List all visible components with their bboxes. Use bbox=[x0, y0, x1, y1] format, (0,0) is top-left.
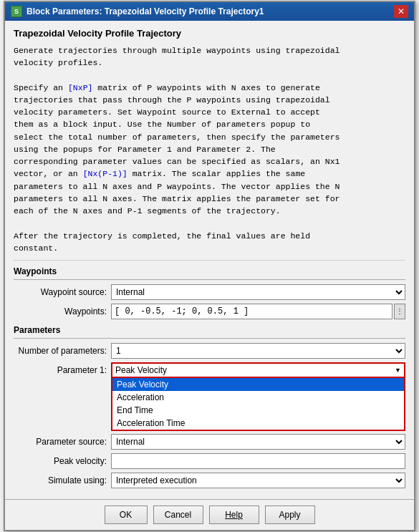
waypoint-source-control: Internal External bbox=[111, 284, 405, 300]
waypoints-input[interactable] bbox=[111, 304, 392, 319]
peak-velocity-input[interactable] bbox=[111, 453, 405, 469]
apply-button[interactable]: Apply bbox=[265, 506, 315, 524]
waypoints-section-label: Waypoints bbox=[14, 266, 405, 276]
peak-velocity-label: Peak velocity: bbox=[14, 456, 107, 466]
button-bar: OK Cancel Help Apply bbox=[5, 499, 414, 530]
param1-container: Peak Velocity ▼ Peak Velocity Accelerati… bbox=[111, 362, 405, 378]
window-title: Block Parameters: Trapezoidal Velocity P… bbox=[27, 6, 264, 16]
param1-select-display[interactable]: Peak Velocity ▼ bbox=[111, 362, 405, 378]
waypoint-source-label: Waypoint source: bbox=[14, 287, 107, 297]
block-title: Trapezoidal Velocity Profile Trajectory bbox=[14, 28, 405, 39]
param1-wrapper: Parameter 1: Peak Velocity ▼ Peak Veloci… bbox=[14, 362, 405, 469]
param-source-control: Internal bbox=[111, 434, 405, 450]
param-source-dropdown[interactable]: Internal bbox=[111, 434, 405, 450]
param1-chevron-icon: ▼ bbox=[395, 367, 401, 374]
parameters-divider bbox=[14, 338, 405, 339]
help-label: Help bbox=[225, 510, 243, 520]
simulate-control: Interpreted execution Code generation bbox=[111, 473, 405, 488]
param-source-row: Parameter source: Internal bbox=[14, 434, 405, 450]
waypoint-source-dropdown[interactable]: Internal External bbox=[111, 284, 405, 300]
window-icon: S bbox=[11, 6, 22, 17]
dropdown-item-acceleration[interactable]: Acceleration bbox=[112, 391, 404, 404]
title-bar-left: S Block Parameters: Trapezoidal Velocity… bbox=[11, 6, 264, 17]
title-bar: S Block Parameters: Trapezoidal Velocity… bbox=[5, 2, 414, 21]
num-params-control: 1 2 bbox=[111, 343, 405, 359]
num-params-row: Number of parameters: 1 2 bbox=[14, 343, 405, 359]
simulate-row: Simulate using: Interpreted execution Co… bbox=[14, 473, 405, 488]
help-button[interactable]: Help bbox=[209, 506, 259, 524]
waypoints-control: ⋮ bbox=[111, 304, 405, 319]
num-params-dropdown[interactable]: 1 2 bbox=[111, 343, 405, 359]
param1-dropdown-list: Peak Velocity Acceleration End Time Acce… bbox=[111, 378, 405, 431]
dropdown-item-acceleration-time[interactable]: Acceleration Time bbox=[112, 417, 404, 430]
param1-control: Peak Velocity ▼ Peak Velocity Accelerati… bbox=[111, 362, 405, 378]
waypoints-label: Waypoints: bbox=[14, 306, 107, 316]
waypoints-divider bbox=[14, 279, 405, 280]
dropdown-item-end-time[interactable]: End Time bbox=[112, 404, 404, 417]
simulate-label: Simulate using: bbox=[14, 475, 107, 485]
waypoints-menu-button[interactable]: ⋮ bbox=[394, 304, 405, 319]
main-window: S Block Parameters: Trapezoidal Velocity… bbox=[4, 1, 415, 531]
waypoint-source-row: Waypoint source: Internal External bbox=[14, 284, 405, 300]
description-text: Generate trajectories through multiple w… bbox=[14, 44, 405, 261]
dropdown-item-peak-velocity[interactable]: Peak Velocity bbox=[112, 378, 404, 391]
close-button[interactable]: ✕ bbox=[394, 5, 408, 18]
param1-selected-value: Peak Velocity bbox=[115, 365, 167, 375]
waypoints-row: Waypoints: ⋮ bbox=[14, 304, 405, 319]
peak-velocity-control bbox=[111, 453, 405, 469]
num-params-label: Number of parameters: bbox=[14, 346, 107, 356]
peak-velocity-row: Peak velocity: bbox=[14, 453, 405, 469]
ok-button[interactable]: OK bbox=[105, 506, 148, 524]
simulate-dropdown[interactable]: Interpreted execution Code generation bbox=[111, 473, 405, 488]
param1-row: Parameter 1: Peak Velocity ▼ Peak Veloci… bbox=[14, 362, 405, 378]
parameters-section-label: Parameters bbox=[14, 325, 405, 335]
param1-label: Parameter 1: bbox=[14, 365, 107, 375]
content-area: Trapezoidal Velocity Profile Trajectory … bbox=[5, 21, 414, 499]
cancel-button[interactable]: Cancel bbox=[153, 506, 203, 524]
param-source-label: Parameter source: bbox=[14, 437, 107, 447]
